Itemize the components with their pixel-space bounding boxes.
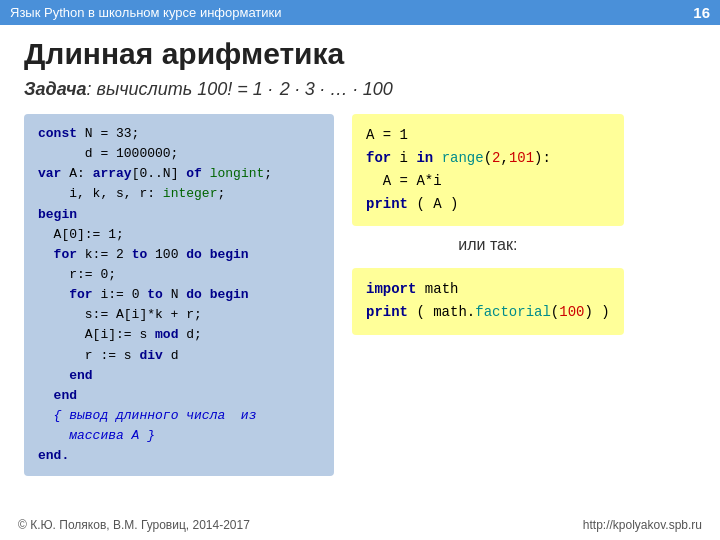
code-line: d = 1000000;: [38, 144, 320, 164]
py-line: print ( math.factorial(100) ): [366, 301, 610, 324]
code-line: begin: [38, 205, 320, 225]
code-line: A[i]:= s mod d;: [38, 325, 320, 345]
task-word: Задача: [24, 79, 87, 99]
code-line: for i:= 0 to N do begin: [38, 285, 320, 305]
code-line: r:= 0;: [38, 265, 320, 285]
pascal-code-block: const N = 33; d = 1000000; var A: array[…: [24, 114, 334, 476]
or-text: или так:: [352, 236, 624, 254]
code-line: end.: [38, 446, 320, 466]
py-line: A = 1: [366, 124, 610, 147]
footer-left: © К.Ю. Поляков, В.М. Гуровиц, 2014-2017: [18, 518, 250, 532]
top-bar: Язык Python в школьном курсе информатики…: [0, 0, 720, 25]
footer-right: http://kpolyakov.spb.ru: [583, 518, 702, 532]
py-line: for i in range(2,101):: [366, 147, 610, 170]
code-line: r := s div d: [38, 346, 320, 366]
main-content: Длинная арифметика Задача: вычислить 100…: [0, 25, 720, 486]
code-line: { вывод длинного числа из: [38, 406, 320, 426]
slide-number: 16: [693, 4, 710, 21]
code-line: for k:= 2 to 100 do begin: [38, 245, 320, 265]
code-line: массива A }: [38, 426, 320, 446]
task-line: Задача: вычислить 100! = 1 · 2 · 3 · … ·…: [24, 79, 696, 100]
slide-title: Длинная арифметика: [24, 37, 696, 71]
task-colon: : вычислить 100! = 1 · 2 · 3 · … · 100: [87, 79, 393, 99]
code-line: s:= A[i]*k + r;: [38, 305, 320, 325]
py-line: import math: [366, 278, 610, 301]
code-line: var A: array[0..N] of longint;: [38, 164, 320, 184]
py-line: print ( A ): [366, 193, 610, 216]
code-line: end: [38, 386, 320, 406]
right-column: A = 1 for i in range(2,101): A = A*i pri…: [352, 114, 624, 335]
content-row: const N = 33; d = 1000000; var A: array[…: [24, 114, 696, 476]
code-line: A[0]:= 1;: [38, 225, 320, 245]
python-code-block-1: A = 1 for i in range(2,101): A = A*i pri…: [352, 114, 624, 226]
code-line: i, k, s, r: integer;: [38, 184, 320, 204]
course-title: Язык Python в школьном курсе информатики: [10, 5, 282, 20]
code-line: end: [38, 366, 320, 386]
py-line: A = A*i: [366, 170, 610, 193]
code-line: const N = 33;: [38, 124, 320, 144]
footer: © К.Ю. Поляков, В.М. Гуровиц, 2014-2017 …: [0, 518, 720, 532]
python-code-block-2: import math print ( math.factorial(100) …: [352, 268, 624, 334]
